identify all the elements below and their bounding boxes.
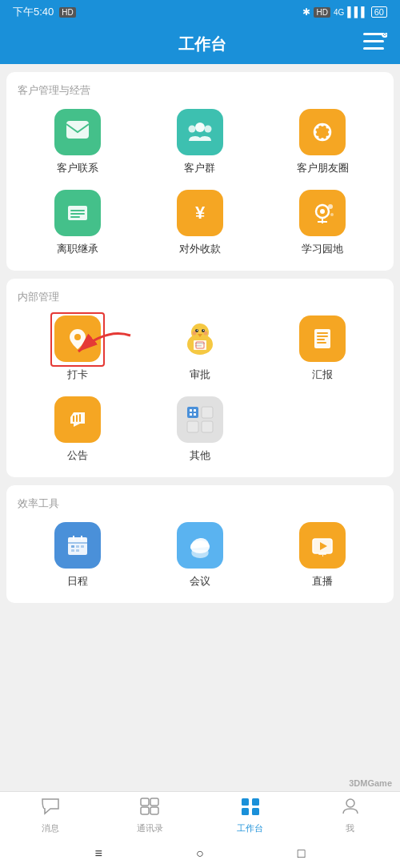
efficiency-grid: 日程 会议 (16, 522, 384, 589)
bottom-nav: 消息 通讯录 工作台 (0, 791, 400, 839)
svg-rect-76 (150, 798, 158, 806)
inherit-label: 离职继承 (57, 242, 98, 256)
payment-icon: ¥ (177, 190, 223, 236)
svg-rect-46 (317, 339, 325, 340)
svg-rect-62 (71, 545, 74, 548)
inherit-icon (54, 190, 101, 236)
efficiency-section: 效率工具 (6, 485, 394, 603)
svg-rect-52 (202, 407, 213, 418)
svg-rect-65 (71, 549, 74, 552)
sys-home-button[interactable]: ○ (196, 846, 204, 861)
nav-me[interactable]: 我 (300, 798, 400, 834)
app-moments[interactable]: 客户朋友圈 (262, 109, 384, 175)
svg-point-8 (195, 123, 205, 132)
svg-rect-53 (187, 421, 198, 432)
svg-rect-73 (318, 553, 326, 555)
schedule-label: 日程 (67, 574, 88, 589)
svg-rect-56 (194, 409, 196, 412)
svg-rect-51 (187, 407, 198, 418)
meeting-icon (177, 522, 223, 569)
app-notice[interactable]: 公告 (16, 396, 138, 463)
svg-rect-82 (252, 808, 259, 815)
svg-rect-40 (195, 343, 205, 344)
report-icon (299, 315, 346, 362)
app-other[interactable]: 其他 (138, 396, 261, 463)
message-nav-icon (41, 798, 60, 820)
svg-point-17 (326, 136, 329, 139)
svg-point-28 (330, 213, 334, 216)
svg-rect-1 (363, 40, 384, 42)
svg-point-19 (317, 136, 319, 139)
svg-point-10 (204, 126, 211, 133)
menu-button[interactable] (363, 33, 387, 55)
svg-rect-78 (150, 807, 158, 814)
main-content: 客户管理与经营 客户联系 客户群 (0, 64, 400, 791)
internal-section: 内部管理 打卡 (6, 279, 394, 477)
contact-icon (54, 109, 101, 155)
other-icon (177, 396, 223, 443)
app-meeting[interactable]: 会议 (138, 522, 261, 589)
status-bar: 下午5:40 HD ✱ HD 4G ▌▌▌ 60 (0, 0, 400, 24)
svg-rect-80 (252, 798, 259, 806)
nav-contacts[interactable]: 通讯录 (100, 798, 200, 834)
me-nav-label: 我 (346, 822, 354, 834)
svg-rect-79 (242, 798, 249, 806)
workbench-nav-label: 工作台 (237, 822, 263, 834)
svg-point-14 (314, 131, 317, 134)
status-time: 下午5:40 HD (13, 5, 76, 19)
svg-rect-57 (190, 413, 192, 416)
contacts-nav-label: 通讯录 (137, 822, 163, 834)
report-label: 汇报 (312, 368, 333, 382)
svg-rect-2 (363, 47, 384, 50)
group-label: 客户群 (184, 161, 215, 175)
svg-point-13 (321, 138, 324, 141)
svg-point-27 (328, 204, 333, 209)
svg-rect-44 (317, 332, 328, 334)
app-checkin[interactable]: 打卡 (16, 315, 138, 382)
contact-label: 客户联系 (57, 161, 98, 175)
moments-label: 客户朋友圈 (297, 161, 349, 175)
svg-point-26 (320, 209, 325, 214)
customer-section-title: 客户管理与经营 (16, 83, 384, 98)
svg-rect-55 (190, 409, 192, 412)
svg-point-9 (188, 126, 195, 133)
notice-icon (54, 396, 101, 443)
app-inherit[interactable]: 离职继承 (16, 190, 138, 256)
sys-back-button[interactable]: ≡ (95, 846, 102, 861)
svg-point-18 (326, 127, 329, 129)
sys-recents-button[interactable]: □ (298, 846, 306, 861)
svg-point-16 (317, 127, 319, 129)
svg-rect-75 (141, 798, 149, 806)
svg-rect-7 (66, 121, 89, 139)
system-nav: ≡ ○ □ (0, 839, 400, 868)
svg-rect-74 (322, 555, 323, 557)
contacts-nav-icon (140, 798, 161, 820)
app-report[interactable]: 汇报 (262, 315, 384, 382)
app-approval[interactable]: 审批 (138, 315, 261, 382)
app-group[interactable]: 客户群 (138, 109, 261, 175)
svg-rect-77 (141, 807, 149, 814)
svg-point-35 (197, 330, 198, 331)
app-live[interactable]: 直播 (262, 522, 384, 589)
app-payment[interactable]: ¥ 对外收款 (138, 190, 261, 256)
svg-rect-45 (317, 336, 328, 337)
app-contact[interactable]: 客户联系 (16, 109, 138, 175)
nav-message[interactable]: 消息 (0, 798, 100, 834)
app-learning[interactable]: 学习园地 (262, 190, 384, 256)
duck-mascot (177, 315, 223, 362)
svg-point-15 (328, 131, 331, 134)
svg-point-37 (192, 332, 196, 336)
svg-rect-66 (76, 549, 79, 552)
app-schedule[interactable]: 日程 (16, 522, 138, 589)
customer-section: 客户管理与经营 客户联系 客户群 (6, 72, 394, 271)
page-title: 工作台 (42, 34, 363, 55)
meeting-label: 会议 (190, 574, 210, 589)
svg-rect-23 (70, 216, 80, 218)
app-header: 工作台 (0, 24, 400, 64)
svg-point-36 (203, 330, 204, 331)
workbench-nav-icon (241, 798, 260, 820)
svg-rect-0 (363, 33, 384, 35)
nav-workbench[interactable]: 工作台 (200, 798, 300, 834)
svg-point-83 (346, 799, 354, 807)
learning-label: 学习园地 (302, 242, 343, 256)
